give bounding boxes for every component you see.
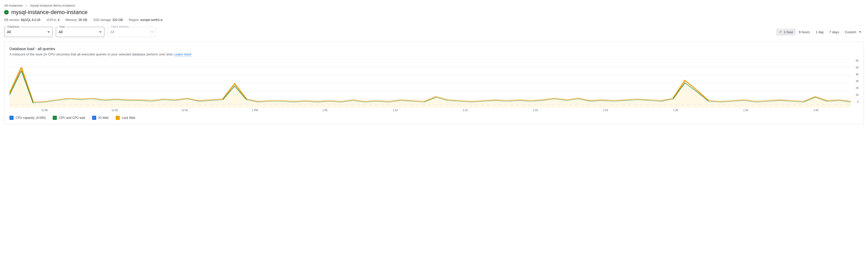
chart-plot[interactable] bbox=[9, 59, 851, 108]
chevron-down-icon bbox=[47, 31, 50, 33]
ssd-label: SSD storage: bbox=[93, 18, 111, 22]
chevron-down-icon bbox=[859, 31, 861, 33]
breadcrumb-root[interactable]: All instances bbox=[4, 4, 23, 7]
time-range-custom[interactable]: Custom bbox=[842, 29, 864, 36]
client-address-select[interactable]: Client address All bbox=[107, 27, 156, 37]
checkbox-icon bbox=[116, 116, 120, 120]
checkbox-icon bbox=[92, 116, 96, 120]
card-description: A measure of the work (in CPU-seconds) t… bbox=[9, 53, 859, 56]
db-version-value: MySQL 8.0.26 bbox=[21, 18, 40, 22]
chevron-down-icon bbox=[99, 31, 101, 33]
chevron-right-icon: › bbox=[26, 4, 27, 7]
learn-more-link[interactable]: Learn more bbox=[175, 53, 191, 57]
time-range-7days[interactable]: 7 days bbox=[827, 29, 842, 36]
legend-cpu-wait[interactable]: CPU and CPU wait bbox=[53, 116, 85, 120]
time-range-1day[interactable]: 1 day bbox=[813, 29, 826, 36]
time-range-label: Custom bbox=[845, 30, 856, 34]
memory-label: Memory: bbox=[65, 18, 78, 22]
legend-lock-wait[interactable]: Lock Wait bbox=[116, 116, 135, 120]
page-title: mysql-instance-demo-instance bbox=[11, 9, 88, 15]
database-select-label: Database bbox=[6, 25, 21, 28]
vcpus-value: 4 bbox=[58, 18, 60, 22]
legend-io-wait[interactable]: IO Wait bbox=[92, 116, 108, 120]
checkbox-icon bbox=[9, 116, 13, 120]
filter-row: Database All User All Client address All… bbox=[4, 27, 864, 37]
chart: 6050403020100 bbox=[9, 59, 859, 108]
time-range-label: 7 days bbox=[829, 30, 839, 34]
card-desc-text: A measure of the work (in CPU-seconds) t… bbox=[9, 53, 174, 56]
legend-label: IO Wait bbox=[98, 116, 108, 119]
time-range-selector: 1 hour 6 hours 1 day 7 days Custom bbox=[776, 29, 864, 36]
db-version-label: DB version: bbox=[4, 18, 20, 22]
database-load-card: Database load - all queries A measure of… bbox=[4, 42, 864, 124]
client-select-label: Client address bbox=[110, 25, 130, 28]
card-title: Database load - all queries bbox=[9, 46, 859, 51]
time-range-1hour[interactable]: 1 hour bbox=[776, 29, 796, 36]
legend-cpu-capacity[interactable]: CPU capacity: (4.000) bbox=[9, 116, 45, 120]
legend-label: Lock Wait bbox=[122, 116, 135, 119]
checkbox-icon bbox=[53, 116, 57, 120]
breadcrumb-current: mysql-instance-demo-instance bbox=[30, 4, 75, 7]
time-range-label: 1 day bbox=[815, 30, 824, 34]
user-select-label: User bbox=[58, 25, 66, 28]
database-select-value: All bbox=[7, 30, 47, 34]
title-row: mysql-instance-demo-instance bbox=[4, 9, 864, 15]
check-icon bbox=[779, 30, 782, 34]
time-range-6hours[interactable]: 6 hours bbox=[796, 29, 812, 36]
user-select[interactable]: User All bbox=[56, 27, 104, 37]
client-select-value: All bbox=[110, 30, 151, 34]
region-value: europe-north1-a bbox=[141, 18, 162, 22]
memory-value: 26 GB bbox=[78, 18, 87, 22]
legend-label: CPU capacity: (4.000) bbox=[16, 116, 45, 119]
status-ok-icon bbox=[4, 10, 9, 14]
vcpus-label: vCPUs: bbox=[46, 18, 57, 22]
region-label: Region: bbox=[129, 18, 140, 22]
chart-xaxis: 12:4512:5012:551 PM1:051:101:151:201:251… bbox=[9, 108, 859, 114]
breadcrumb: All instances › mysql-instance-demo-inst… bbox=[4, 4, 864, 7]
database-select[interactable]: Database All bbox=[4, 27, 53, 37]
time-range-label: 1 hour bbox=[784, 30, 793, 34]
chevron-down-icon bbox=[151, 31, 153, 33]
user-select-value: All bbox=[59, 30, 99, 34]
chart-yaxis: 6050403020100 bbox=[851, 59, 859, 108]
instance-meta: DB version: MySQL 8.0.26 vCPUs: 4 Memory… bbox=[4, 18, 864, 22]
chart-legend: CPU capacity: (4.000) CPU and CPU wait I… bbox=[9, 114, 859, 121]
legend-label: CPU and CPU wait bbox=[59, 116, 85, 119]
ssd-value: 320 GB bbox=[112, 18, 123, 22]
time-range-label: 6 hours bbox=[799, 30, 810, 34]
